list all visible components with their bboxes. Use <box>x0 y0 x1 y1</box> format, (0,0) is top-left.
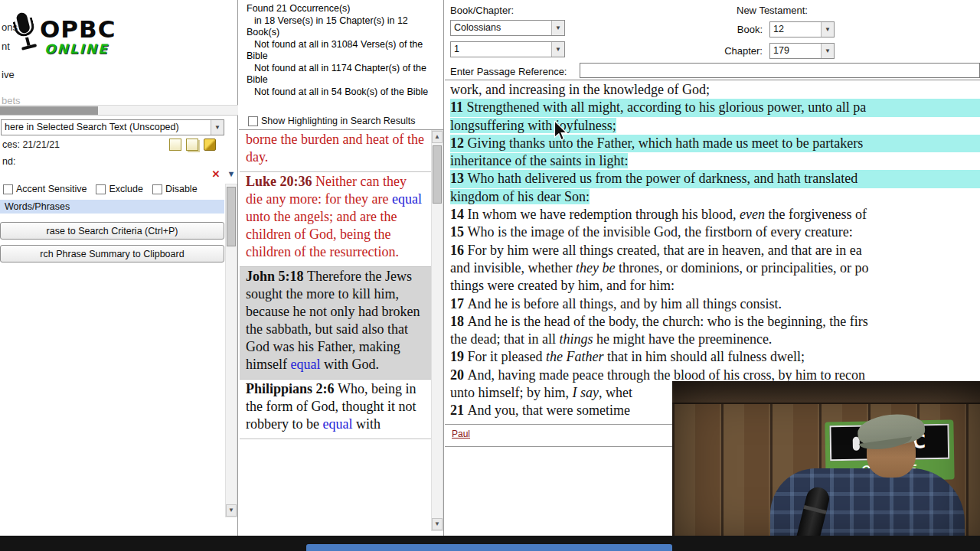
menu-fragment[interactable]: ive <box>2 69 15 80</box>
microphone-icon <box>8 10 43 59</box>
bible-text-line: the dead; that in all things he might ha… <box>450 331 980 348</box>
accent-sensitive-option[interactable]: Accent Sensitive <box>3 184 87 194</box>
scrollbar-thumb[interactable] <box>227 187 236 246</box>
copy-summary-button[interactable]: rch Phrase Summary to Clipboard <box>0 245 224 262</box>
phrase-list-icon[interactable] <box>169 139 181 151</box>
taskbar[interactable] <box>0 536 980 551</box>
text-segment: 18 <box>450 314 468 329</box>
move-down-icon[interactable] <box>225 168 237 180</box>
text-segment: that in him should all fulness dwell; <box>603 349 804 364</box>
text-segment: work, and increasing in the knowledge of… <box>450 82 710 97</box>
chevron-down-icon[interactable] <box>211 120 224 135</box>
search-statistics: Found 21 Occurrence(s)in 18 Verse(s) in … <box>247 3 439 98</box>
chapter-dropdown[interactable]: 1 <box>450 41 565 57</box>
search-result-item[interactable]: Philippians 2:6 Who, being in the form o… <box>240 380 431 439</box>
delete-phrase-icon[interactable] <box>210 168 222 181</box>
scroll-down-button[interactable] <box>432 518 443 530</box>
left-vertical-scrollbar[interactable] <box>225 184 237 517</box>
text-segment: 15 <box>450 224 468 240</box>
disable-checkbox[interactable] <box>152 184 162 194</box>
text-segment: things were created by him, and for him: <box>450 278 675 293</box>
text-segment: the dead; that in all <box>450 331 559 347</box>
book-dropdown-value: Colossians <box>451 21 551 35</box>
text-segment: things <box>559 331 593 347</box>
exclude-option[interactable]: Exclude <box>96 184 142 194</box>
passage-reference-input[interactable] <box>580 63 980 78</box>
search-stat-line: in 18 Verse(s) in 15 Chapter(s) in 12 Bo… <box>247 15 439 39</box>
text-segment: he might have the preeminence. <box>593 331 772 347</box>
chevron-down-icon[interactable] <box>821 44 834 58</box>
show-highlighting-label: Show Highlighting in Search Results <box>261 116 416 126</box>
text-segment: Luke 20:36 <box>246 174 315 189</box>
text-segment: 11 <box>450 99 467 115</box>
search-stat-line: Not found at all in 54 Book(s) of the Bi… <box>247 86 439 99</box>
book-number-value: 12 <box>770 22 821 37</box>
horizontal-scrollbar[interactable] <box>0 105 238 116</box>
text-segment: kingdom of his dear Son: <box>450 189 590 204</box>
book-label: Book: <box>719 24 763 35</box>
passage-reference-label: Enter Passage Reference: <box>450 66 567 77</box>
search-result-item[interactable]: Luke 20:36 Neither can they die any more… <box>240 172 431 267</box>
text-segment: equal <box>322 416 352 432</box>
text-segment: I say <box>573 385 599 400</box>
text-segment: equal <box>291 357 321 372</box>
chapter-number-dropdown[interactable]: 179 <box>769 43 835 59</box>
exclude-checkbox[interactable] <box>96 184 106 194</box>
logo-online-text: ONLINE <box>44 41 109 57</box>
text-segment: And you, that were sometime <box>468 403 630 418</box>
bible-text-line: 16 For by him were all things created, t… <box>450 242 980 259</box>
text-segment: unto himself; by him, <box>450 385 573 400</box>
chevron-down-icon[interactable] <box>821 22 834 37</box>
menu-fragment[interactable]: nt <box>2 41 10 52</box>
divider <box>445 80 980 80</box>
bible-text-line: 19 For it pleased the Father that in him… <box>450 348 980 366</box>
text-segment: Who is the image of the invisible God, t… <box>468 224 853 240</box>
show-highlighting-option[interactable]: Show Highlighting in Search Results <box>248 116 416 126</box>
text-segment: the Father <box>546 349 603 364</box>
bible-text-line: things were created by him, and for him: <box>450 277 980 295</box>
search-results-panel: Found 21 Occurrence(s)in 18 Verse(s) in … <box>239 0 444 536</box>
text-segment: 20 <box>450 367 468 383</box>
bible-text-line: 13 Who hath delivered us from the power … <box>450 170 980 187</box>
book-dropdown[interactable]: Colossians <box>450 20 565 36</box>
text-segment: And, having made peace through the blood… <box>468 367 865 383</box>
chapter-number-value: 179 <box>770 44 821 58</box>
text-segment: with <box>352 416 381 432</box>
scrollbar-thumb[interactable] <box>433 145 442 204</box>
text-segment: For it pleased <box>468 349 546 364</box>
search-option-checkboxes: Accent Sensitive Exclude Disable <box>3 184 198 194</box>
scroll-down-button[interactable] <box>226 504 237 517</box>
taskbar-item[interactable] <box>306 544 672 551</box>
search-result-item[interactable]: John 5:18 Therefore the Jews sought the … <box>240 267 431 380</box>
webcam-overlay: OPBC ONLINE <box>672 381 980 551</box>
accent-sensitive-checkbox[interactable] <box>3 184 13 194</box>
chapter-label: Chapter: <box>714 45 763 57</box>
text-segment: the forgiveness of <box>765 207 867 222</box>
chevron-down-icon[interactable] <box>551 21 564 35</box>
search-scope-dropdown[interactable]: here in Selected Search Text (Unscoped) <box>1 119 224 135</box>
copy-icon[interactable] <box>186 139 198 151</box>
text-segment: Who hath delivered us from the power of … <box>468 171 858 186</box>
paul-link[interactable]: Paul <box>452 429 470 439</box>
bible-text-line: inheritance of the saints in light: <box>450 152 980 170</box>
scrollbar-thumb[interactable] <box>0 106 98 115</box>
bible-text-line: longsuffering with joyfulness; <box>450 117 980 135</box>
chevron-down-icon[interactable] <box>551 42 564 57</box>
search-results-list[interactable]: borne the burden and heat of the day.Luk… <box>240 130 431 531</box>
occurrences-count: ces: 21/21/21 <box>2 139 60 150</box>
add-phrase-button[interactable]: rase to Search Criteria (Ctrl+P) <box>0 222 224 240</box>
search-result-item[interactable]: borne the burden and heat of the day. <box>240 130 431 172</box>
text-segment: In whom we have redemption through his b… <box>468 207 740 222</box>
highlighted-text: inheritance of the saints in light: <box>450 153 628 168</box>
search-stat-line: Not found at all in 31084 Verse(s) of th… <box>247 39 439 63</box>
text-segment: , whet <box>599 385 632 400</box>
bible-text-line: work, and increasing in the knowledge of… <box>450 81 980 99</box>
results-vertical-scrollbar[interactable] <box>431 130 443 531</box>
text-segment: borne the burden and heat of the day. <box>246 132 424 165</box>
scroll-up-button[interactable] <box>432 131 443 143</box>
book-number-dropdown[interactable]: 12 <box>769 21 835 37</box>
show-highlighting-checkbox[interactable] <box>248 116 258 126</box>
highlight-pen-icon[interactable] <box>204 139 216 151</box>
highlighted-text: kingdom of his dear Son: <box>450 189 590 204</box>
disable-option[interactable]: Disable <box>152 184 198 194</box>
